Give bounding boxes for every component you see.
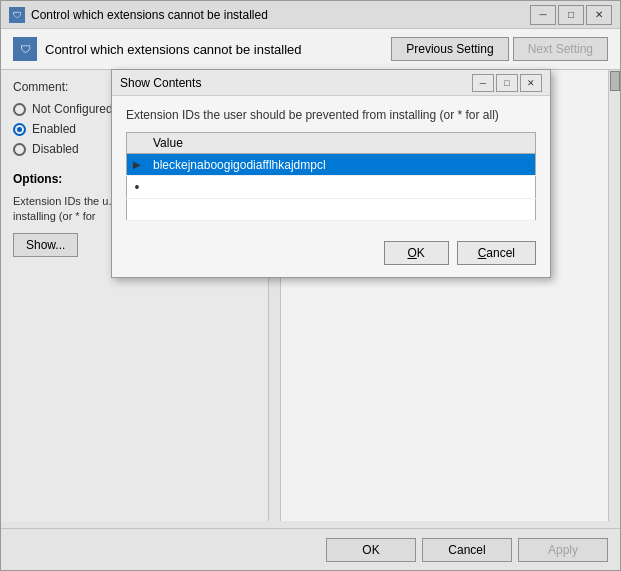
modal-title: Show Contents xyxy=(120,76,472,90)
modal-ok-button[interactable]: OK xyxy=(384,241,449,265)
show-contents-dialog: Show Contents ─ □ ✕ Extension IDs the us… xyxy=(111,69,551,278)
main-window: 🛡 Control which extensions cannot be ins… xyxy=(0,0,621,571)
row-arrow: ▶ xyxy=(127,154,148,176)
modal-footer: OK Cancel xyxy=(112,233,550,277)
row-bullet: • xyxy=(127,176,148,199)
modal-cancel-label: Cancel xyxy=(478,246,515,260)
modal-cancel-button[interactable]: Cancel xyxy=(457,241,536,265)
value-input-2[interactable] xyxy=(153,180,529,194)
modal-body: Extension IDs the user should be prevent… xyxy=(112,96,550,233)
modal-maximize-button[interactable]: □ xyxy=(496,74,518,92)
empty-table-area xyxy=(127,199,536,221)
table-cell-empty[interactable] xyxy=(147,176,536,199)
modal-close-button[interactable]: ✕ xyxy=(520,74,542,92)
value-col-header: Value xyxy=(147,133,536,154)
table-cell-value[interactable] xyxy=(147,154,536,176)
value-input-1[interactable] xyxy=(153,158,529,172)
table-header-row: Value xyxy=(127,133,536,154)
modal-table: Value ▶ • xyxy=(126,132,536,221)
table-row[interactable]: • xyxy=(127,176,536,199)
empty-row-area xyxy=(127,199,536,221)
modal-description: Extension IDs the user should be prevent… xyxy=(126,108,536,122)
modal-title-controls: ─ □ ✕ xyxy=(472,74,542,92)
table-row[interactable]: ▶ xyxy=(127,154,536,176)
modal-title-bar: Show Contents ─ □ ✕ xyxy=(112,70,550,96)
modal-minimize-button[interactable]: ─ xyxy=(472,74,494,92)
modal-ok-label: OK xyxy=(407,246,424,260)
arrow-col-header xyxy=(127,133,148,154)
